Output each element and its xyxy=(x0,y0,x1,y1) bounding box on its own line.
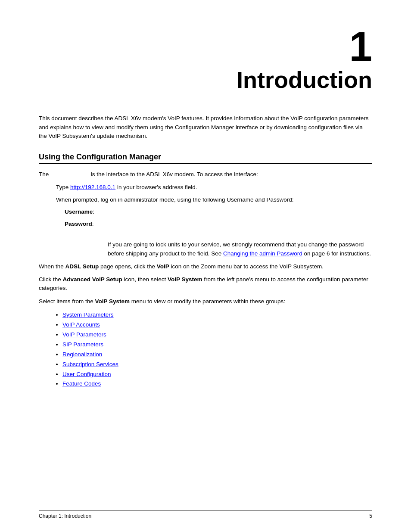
list-item: Regionalization xyxy=(62,350,372,360)
adv-mid: icon, then select xyxy=(122,276,168,283)
regionalization-link[interactable]: Regionalization xyxy=(62,351,102,358)
adv-pre: Click the xyxy=(39,276,63,283)
line1-mid: is the interface to the ADSL X6v modem. … xyxy=(91,171,258,177)
system-parameters-link[interactable]: System Parameters xyxy=(62,311,114,318)
footer-left: Chapter 1: Introduction xyxy=(39,513,91,519)
select-bold: VoIP System xyxy=(95,298,130,305)
adsl-bold2: VoIP xyxy=(157,263,169,270)
voip-parameters-link[interactable]: VoIP Parameters xyxy=(62,331,106,338)
footer-right: 5 xyxy=(369,513,372,519)
adsl-mid: page opens, click the xyxy=(99,263,156,270)
intro-paragraph: This document describes the ADSL X6v mod… xyxy=(39,114,372,140)
chapter-number: 1 xyxy=(39,26,372,67)
ip-link[interactable]: http://192.168.0.1 xyxy=(70,184,115,190)
line1-pre: The xyxy=(39,171,49,177)
sip-parameters-link[interactable]: SIP Parameters xyxy=(62,341,103,348)
list-item: SIP Parameters xyxy=(62,340,372,350)
adsl-pre: When the xyxy=(39,263,65,270)
list-item: VoIP Parameters xyxy=(62,330,372,340)
list-item: VoIP Accounts xyxy=(62,320,372,330)
username-line: Username: xyxy=(65,208,372,216)
interface-line: The is the interface to the ADSL X6v mod… xyxy=(39,170,372,179)
password-line: Password: xyxy=(65,220,372,228)
page: 1 Introduction This document describes t… xyxy=(0,0,411,532)
list-item: Feature Codes xyxy=(62,379,372,389)
warning-post: on page 6 for instructions. xyxy=(302,250,371,257)
section-heading: Using the Configuration Manager xyxy=(39,152,372,164)
admin-password-link[interactable]: Changing the admin Password xyxy=(223,250,302,257)
voip-accounts-link[interactable]: VoIP Accounts xyxy=(62,321,100,328)
adv-bold1: Advanced VoIP Setup xyxy=(63,276,122,283)
adsl-paragraph: When the ADSL Setup page opens, click th… xyxy=(39,262,372,271)
type-line: Type http://192.168.0.1 in your browser'… xyxy=(56,183,372,192)
logon-line: When prompted, log on in administrator m… xyxy=(56,196,372,204)
type-post: in your browser's address field. xyxy=(115,184,197,190)
adv-bold2: VoIP System xyxy=(168,276,202,283)
type-label: Type xyxy=(56,184,70,190)
chapter-title: Introduction xyxy=(39,67,372,93)
password-label: Password xyxy=(65,221,92,227)
list-item: User Configuration xyxy=(62,370,372,380)
select-post: menu to view or modify the parameters wi… xyxy=(130,298,285,305)
bullet-list: System Parameters VoIP Accounts VoIP Par… xyxy=(62,310,372,389)
page-footer: Chapter 1: Introduction 5 xyxy=(39,510,372,519)
adsl-post: icon on the Zoom menu bar to access the … xyxy=(169,263,324,270)
subscription-services-link[interactable]: Subscription Services xyxy=(62,361,118,367)
list-item: System Parameters xyxy=(62,310,372,320)
select-paragraph: Select items from the VoIP System menu t… xyxy=(39,297,372,306)
list-item: Subscription Services xyxy=(62,360,372,370)
user-configuration-link[interactable]: User Configuration xyxy=(62,371,111,377)
adsl-bold1: ADSL Setup xyxy=(65,263,99,270)
warning-paragraph: If you are going to lock units to your s… xyxy=(108,240,372,258)
select-pre: Select items from the xyxy=(39,298,95,305)
feature-codes-link[interactable]: Feature Codes xyxy=(62,380,101,387)
advanced-paragraph: Click the Advanced VoIP Setup icon, then… xyxy=(39,275,372,293)
username-label: Username xyxy=(65,208,93,215)
